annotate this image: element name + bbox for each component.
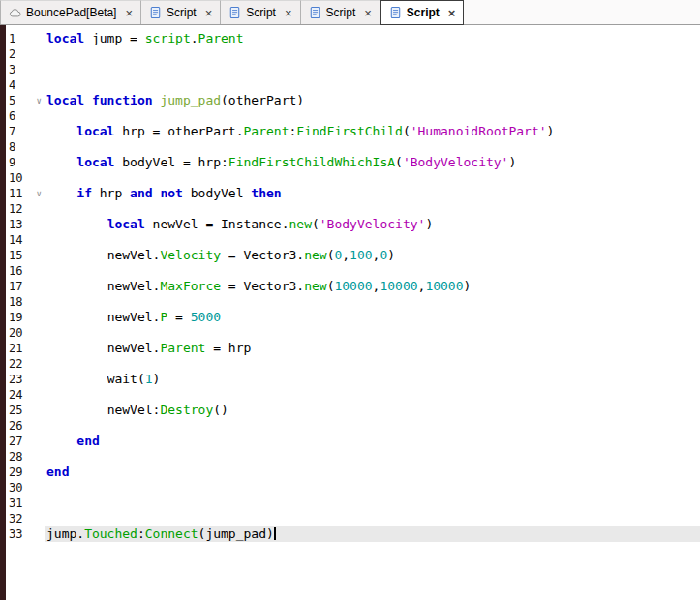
place-icon <box>9 7 21 19</box>
line-number-row-9[interactable]: 9 <box>6 155 45 170</box>
line-number: 18 <box>9 294 22 310</box>
tab-label: Script <box>167 6 197 19</box>
tab-close-icon[interactable]: × <box>285 7 292 19</box>
line-number-row-17[interactable]: 17 <box>6 279 45 294</box>
line-number-row-22[interactable]: 22 <box>6 356 45 372</box>
line-number-row-2[interactable]: 2 <box>6 46 45 62</box>
code-line-24[interactable] <box>45 387 700 403</box>
line-number-row-14[interactable]: 14 <box>6 232 45 248</box>
code-line-18[interactable] <box>45 294 700 310</box>
tab-script-3[interactable]: Script× <box>301 0 380 24</box>
line-number-row-31[interactable]: 31 <box>6 495 45 511</box>
code-line-32[interactable] <box>45 511 700 526</box>
code-line-23[interactable]: wait(1) <box>45 372 700 387</box>
tab-place[interactable]: BouncePad[Beta]× <box>0 0 141 24</box>
line-number: 26 <box>9 418 22 434</box>
line-number-row-32[interactable]: 32 <box>6 511 45 526</box>
line-number: 5 <box>9 93 15 108</box>
code-line-12[interactable] <box>45 201 700 217</box>
line-number-row-16[interactable]: 16 <box>6 263 45 279</box>
code-line-25[interactable]: newVel:Destroy() <box>45 403 700 418</box>
line-number-row-26[interactable]: 26 <box>6 418 45 434</box>
code-line-29[interactable]: end <box>45 465 700 480</box>
code-line-9[interactable]: local bodyVel = hrp:FindFirstChildWhichI… <box>45 155 700 170</box>
code-line-30[interactable] <box>45 480 700 495</box>
line-number-row-13[interactable]: 13 <box>6 217 45 232</box>
script-icon <box>228 6 241 19</box>
code-line-21[interactable]: newVel.Parent = hrp <box>45 341 700 356</box>
script-icon <box>389 6 402 19</box>
line-number-row-7[interactable]: 7 <box>6 124 45 139</box>
code-line-26[interactable] <box>45 418 700 434</box>
tab-label: BouncePad[Beta] <box>26 6 116 19</box>
line-number-row-30[interactable]: 30 <box>6 480 45 495</box>
code-line-33[interactable]: jump.Touched:Connect(jump_pad) <box>45 526 700 542</box>
line-number-row-11[interactable]: 11∨ <box>6 186 45 201</box>
code-line-1[interactable]: local jump = script.Parent <box>45 31 700 46</box>
line-number-row-27[interactable]: 27 <box>6 434 45 449</box>
line-number-row-4[interactable]: 4 <box>6 77 45 93</box>
code-line-6[interactable] <box>45 108 700 124</box>
tab-script-2[interactable]: Script× <box>221 0 300 24</box>
line-number-row-8[interactable]: 8 <box>6 139 45 155</box>
code-line-17[interactable]: newVel.MaxForce = Vector3.new(10000,1000… <box>45 279 700 294</box>
line-number-row-15[interactable]: 15 <box>6 248 45 263</box>
line-number: 31 <box>9 495 22 511</box>
code-line-7[interactable]: local hrp = otherPart.Parent:FindFirstCh… <box>45 124 700 139</box>
line-number-row-10[interactable]: 10 <box>6 170 45 186</box>
fold-chevron-icon[interactable]: ∨ <box>37 187 42 200</box>
line-number: 12 <box>9 201 22 217</box>
code-line-3[interactable] <box>45 62 700 77</box>
line-number-row-3[interactable]: 3 <box>6 62 45 77</box>
line-number: 25 <box>9 403 22 418</box>
code-line-10[interactable] <box>45 170 700 186</box>
tab-script-1[interactable]: Script× <box>141 0 221 24</box>
code-line-22[interactable] <box>45 356 700 372</box>
code-line-4[interactable] <box>45 77 700 93</box>
line-number-row-6[interactable]: 6 <box>6 108 45 124</box>
code-line-27[interactable]: end <box>45 434 700 449</box>
code-line-15[interactable]: newVel.Velocity = Vector3.new(0,100,0) <box>45 248 700 263</box>
line-number-row-28[interactable]: 28 <box>6 449 45 465</box>
tab-close-icon[interactable]: × <box>125 7 133 19</box>
line-number: 22 <box>9 356 22 372</box>
line-number: 14 <box>9 232 22 248</box>
line-number: 10 <box>9 170 22 186</box>
tab-bar: BouncePad[Beta]×Script×Script×Script×Scr… <box>0 0 700 25</box>
line-number-row-21[interactable]: 21 <box>6 341 45 356</box>
code-line-31[interactable] <box>45 495 700 511</box>
line-number: 3 <box>9 62 15 77</box>
line-number-row-20[interactable]: 20 <box>6 325 45 341</box>
code-line-2[interactable] <box>45 46 700 62</box>
tab-close-icon[interactable]: × <box>205 7 213 19</box>
text-cursor <box>274 527 276 540</box>
fold-chevron-icon[interactable]: ∨ <box>37 94 42 107</box>
code-line-20[interactable] <box>45 325 700 341</box>
line-number-row-23[interactable]: 23 <box>6 372 45 387</box>
code-line-16[interactable] <box>45 263 700 279</box>
line-number-row-24[interactable]: 24 <box>6 387 45 403</box>
code-line-28[interactable] <box>45 449 700 465</box>
line-number-row-1[interactable]: 1 <box>6 31 45 46</box>
code-line-14[interactable] <box>45 232 700 248</box>
line-number: 17 <box>9 279 22 294</box>
line-number-row-33[interactable]: 33 <box>6 526 45 542</box>
line-number-row-29[interactable]: 29 <box>6 465 45 480</box>
line-number-row-5[interactable]: 5∨ <box>6 93 45 108</box>
tab-script-4[interactable]: Script× <box>380 0 465 25</box>
code-line-13[interactable]: local newVel = Instance.new('BodyVelocit… <box>45 217 700 232</box>
line-number-row-25[interactable]: 25 <box>6 403 45 418</box>
code-line-5[interactable]: local function jump_pad(otherPart) <box>45 93 700 108</box>
tab-close-icon[interactable]: × <box>448 7 456 19</box>
tab-label: Script <box>407 6 440 19</box>
script-editor: 12345∨67891011∨1213141516171819202122232… <box>0 25 700 600</box>
code-line-8[interactable] <box>45 139 700 155</box>
line-number: 33 <box>9 526 22 542</box>
code-line-19[interactable]: newVel.P = 5000 <box>45 310 700 325</box>
tab-close-icon[interactable]: × <box>364 7 372 19</box>
code-area[interactable]: local jump = script.Parentlocal function… <box>45 25 700 600</box>
line-number-row-12[interactable]: 12 <box>6 201 45 217</box>
code-line-11[interactable]: if hrp and not bodyVel then <box>45 186 700 201</box>
line-number-row-18[interactable]: 18 <box>6 294 45 310</box>
line-number-row-19[interactable]: 19 <box>6 310 45 325</box>
